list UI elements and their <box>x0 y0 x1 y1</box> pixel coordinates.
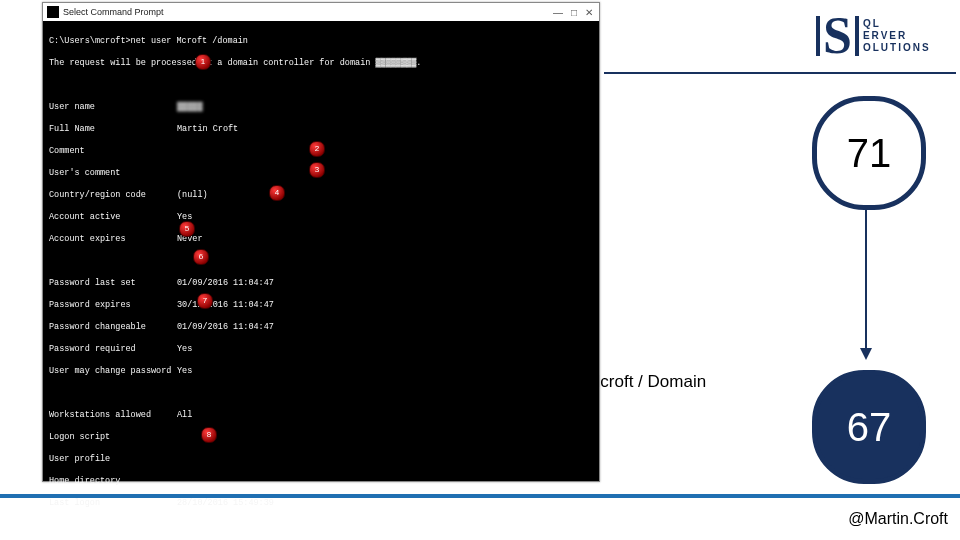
marker-6: 6 <box>193 249 209 265</box>
twitter-handle: @Martin.Croft <box>848 510 948 528</box>
command-caption: net user Mcroft / Domain <box>520 372 706 392</box>
close-button[interactable]: ✕ <box>585 7 593 18</box>
metric-ring-bottom: 67 <box>812 370 926 484</box>
cmd-icon <box>47 6 59 18</box>
marker-3: 3 <box>309 162 325 178</box>
header-rule <box>604 72 956 74</box>
logo-glyph: S <box>816 16 859 56</box>
footer-rule <box>0 494 960 498</box>
arrow-down-icon <box>862 210 870 360</box>
logo-line-3: OLUTIONS <box>863 42 931 54</box>
marker-7: 7 <box>197 293 213 309</box>
command-output: C:\Users\mcroft>net user Mcroft /domain … <box>43 21 599 540</box>
marker-2: 2 <box>309 141 325 157</box>
marker-8: 8 <box>201 427 217 443</box>
maximize-button[interactable]: □ <box>571 7 577 18</box>
marker-1: 1 <box>195 54 211 70</box>
processed-line: The request will be processed at a domai… <box>49 58 593 69</box>
window-title: Select Command Prompt <box>63 7 553 17</box>
logo-line-2: ERVER <box>863 30 931 42</box>
sql-server-solutions-logo: S QL ERVER OLUTIONS <box>816 8 938 64</box>
metric-bottom-value: 67 <box>847 405 892 450</box>
prompt-line: C:\Users\mcroft>net user Mcroft /domain <box>49 36 593 47</box>
marker-4: 4 <box>269 185 285 201</box>
window-titlebar[interactable]: Select Command Prompt — □ ✕ <box>43 3 599 21</box>
command-prompt-window: Select Command Prompt — □ ✕ C:\Users\mcr… <box>42 2 600 482</box>
metric-top-value: 71 <box>847 131 892 176</box>
minimize-button[interactable]: — <box>553 7 563 18</box>
metric-ring-top: 71 <box>812 96 926 210</box>
marker-5: 5 <box>179 221 195 237</box>
logo-line-1: QL <box>863 18 931 30</box>
